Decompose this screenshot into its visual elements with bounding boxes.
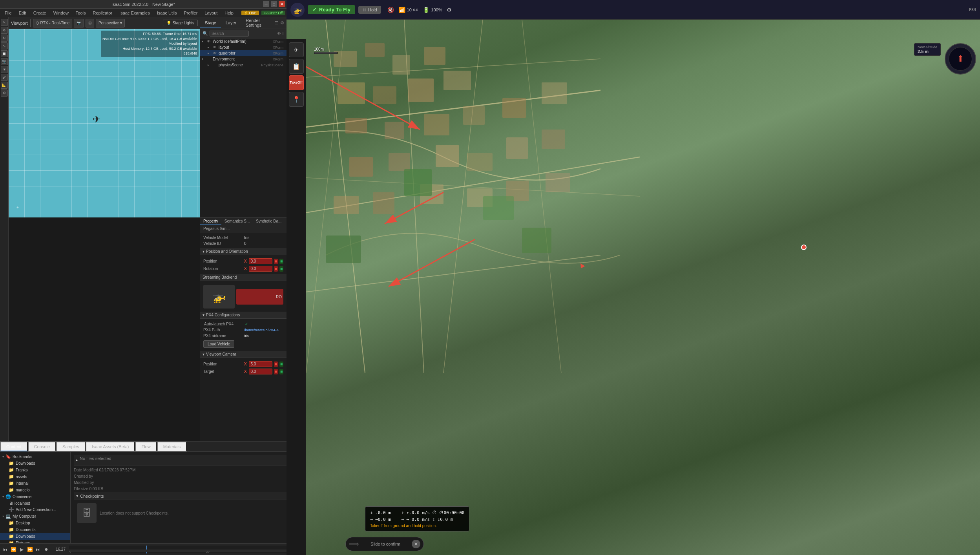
- qgc-btn-takeoff[interactable]: TakeOff: [289, 75, 304, 90]
- tab-console[interactable]: Console: [28, 442, 56, 451]
- grid-btn[interactable]: ⊞: [86, 19, 94, 27]
- menu-profiler[interactable]: Profiler: [181, 10, 201, 16]
- rtx-btn[interactable]: ⬡ RTX - Real-Time: [33, 19, 72, 27]
- outliner-search-input[interactable]: [210, 31, 249, 37]
- cam-position-x-input[interactable]: [249, 361, 272, 367]
- cam-target-x-input[interactable]: [249, 369, 272, 374]
- px4-config-header[interactable]: ▾ PX4 Configurations: [200, 312, 287, 319]
- tab-property[interactable]: Property: [200, 218, 221, 225]
- tl-record-btn[interactable]: ⏺: [44, 547, 48, 551]
- file-item-franks[interactable]: 📁 Franks: [0, 467, 70, 473]
- status-settings[interactable]: ⚙: [447, 7, 452, 13]
- menu-replicator[interactable]: Replicator: [90, 10, 116, 16]
- tool-paint[interactable]: 🖌: [1, 74, 8, 81]
- tab-samples[interactable]: Samples: [56, 442, 86, 451]
- menu-window[interactable]: Window: [50, 10, 72, 16]
- tab-materials[interactable]: Materials: [157, 442, 187, 451]
- rot-y-btn[interactable]: ◼: [279, 266, 283, 272]
- outliner-eye-icon[interactable]: 👁: [277, 31, 281, 36]
- menu-isaac-utils[interactable]: Isaac Utils: [154, 10, 180, 16]
- stage-tab-layer[interactable]: Layer: [221, 19, 241, 27]
- camera-btn[interactable]: 📷: [74, 19, 84, 27]
- menu-layout[interactable]: Layout: [201, 10, 221, 16]
- tab-synthetic[interactable]: Synthetic Da...: [253, 218, 285, 225]
- tool-snap[interactable]: 🔲: [1, 50, 8, 57]
- tree-item-environment[interactable]: ▾ Environment XForm: [200, 56, 287, 62]
- qgc-btn-waypoint[interactable]: 📍: [289, 92, 304, 107]
- pos-y-btn[interactable]: ◼: [279, 259, 283, 264]
- close-btn-left[interactable]: ✕: [279, 1, 285, 7]
- menu-help[interactable]: Help: [221, 10, 237, 16]
- outliner-type-icon[interactable]: T: [282, 31, 284, 36]
- tool-light[interactable]: ☀: [1, 66, 8, 73]
- position-x-input[interactable]: [249, 258, 272, 264]
- tool-scale[interactable]: ⤡: [1, 42, 8, 49]
- file-item-bookmarks[interactable]: ▾ 🔖 Bookmarks: [0, 453, 70, 460]
- tool-camera[interactable]: 📷: [1, 58, 8, 65]
- tool-move[interactable]: ✥: [1, 27, 8, 34]
- file-item-desktop[interactable]: 📁 Desktop: [0, 520, 70, 526]
- tl-end-btn[interactable]: ⏭: [35, 546, 42, 553]
- cam-target-x-btn[interactable]: ◼: [274, 369, 278, 374]
- tl-prev-btn[interactable]: ⏪: [10, 546, 17, 553]
- menu-tools[interactable]: Tools: [73, 10, 89, 16]
- tree-item-layout[interactable]: ▸ 👁 layout XForm: [200, 44, 287, 50]
- minimize-btn-left[interactable]: ─: [263, 1, 269, 7]
- stage-tab-stage[interactable]: Stage: [200, 19, 221, 27]
- map-container[interactable]: 100m ✈ 📋 TakeOff 📍 ⬆ ▲: [287, 20, 980, 555]
- file-item-marcelo[interactable]: 📁 marcelo: [0, 487, 70, 493]
- stage-lights-btn[interactable]: 💡 Stage Lights: [163, 20, 198, 26]
- tab-flow[interactable]: Flow: [135, 442, 157, 451]
- auto-launch-check[interactable]: ✓: [245, 322, 248, 326]
- tab-content[interactable]: Content: [0, 442, 28, 451]
- viewport-3d[interactable]: ✈ FPS: 59.85, Frame time: 16.71 ms NVIDI…: [9, 29, 200, 217]
- hold-btn[interactable]: ⏸ Hold: [358, 6, 381, 14]
- tool-select[interactable]: ↖: [1, 19, 8, 26]
- cam-target-y-btn[interactable]: ◼: [279, 369, 283, 374]
- tool-settings[interactable]: ⚙: [1, 89, 8, 97]
- viewport-camera-header[interactable]: ▾ Viewport Camera: [200, 351, 287, 358]
- file-item-downloads2[interactable]: 📁 Downloads: [0, 533, 70, 540]
- load-vehicle-btn[interactable]: Load Vehicle: [203, 340, 234, 348]
- rot-x-btn[interactable]: ◼: [274, 266, 278, 272]
- tl-play-btn[interactable]: ▶: [18, 546, 25, 553]
- maximize-btn-left[interactable]: □: [271, 1, 277, 7]
- tab-isaac-assets[interactable]: Isaac Assets (Beta): [86, 442, 135, 451]
- menu-file[interactable]: File: [2, 10, 15, 16]
- file-item-omniverse[interactable]: ▾ 🌐 Omniverse: [0, 493, 70, 500]
- outliner-settings-btn[interactable]: ⚙: [280, 20, 284, 26]
- file-item-internal[interactable]: 📁 internal: [0, 480, 70, 487]
- rotation-x-input[interactable]: [249, 266, 272, 272]
- tl-rewind-btn[interactable]: ⏮: [2, 546, 9, 553]
- file-item-my-computer[interactable]: ▾ 💻 My Computer: [0, 513, 70, 520]
- pos-x-btn[interactable]: ◼: [274, 259, 278, 264]
- tab-pegasus[interactable]: Pegasus Sim...: [200, 225, 233, 233]
- menu-create[interactable]: Create: [30, 10, 49, 16]
- file-item-localhost[interactable]: 🖥 localhost: [0, 500, 70, 506]
- tool-rotate[interactable]: ↻: [1, 35, 8, 42]
- tool-measure[interactable]: 📐: [1, 82, 8, 89]
- streaming-backend-header[interactable]: Streaming Backend: [200, 274, 287, 281]
- cam-pos-y-btn[interactable]: ◼: [279, 361, 283, 367]
- tree-item-quadrotor[interactable]: ▸ 👁 quadrotor XForm: [200, 50, 287, 56]
- slide-close-btn[interactable]: ✕: [412, 540, 420, 548]
- pos-orient-header[interactable]: ▾ Position and Orientation: [200, 248, 287, 255]
- stage-tab-render[interactable]: Render Settings: [241, 16, 275, 30]
- tab-semantics[interactable]: Semantics S...: [221, 218, 253, 225]
- cam-pos-x-btn[interactable]: ◼: [274, 361, 278, 367]
- menu-isaac-examples[interactable]: Isaac Examples: [116, 10, 153, 16]
- qgc-btn-fly[interactable]: ✈: [289, 42, 304, 57]
- perspective-btn[interactable]: Perspective ▾: [96, 19, 125, 27]
- tl-next-btn[interactable]: ⏩: [26, 546, 33, 553]
- tree-item-world[interactable]: ▾ 👁 World (defaultPrim) XForm: [200, 38, 287, 44]
- tree-item-physics[interactable]: ▸ physicsScene PhysicsScene: [200, 62, 287, 68]
- slide-confirm-widget[interactable]: ⟹ Slide to confirm ✕: [345, 537, 424, 551]
- status-mute[interactable]: 🔇: [387, 7, 394, 13]
- file-item-pictures[interactable]: 📁 Pictures: [0, 540, 70, 543]
- file-item-downloads[interactable]: 📁 Downloads: [0, 460, 70, 467]
- qgc-btn-plan[interactable]: 📋: [289, 59, 304, 74]
- outliner-filter-btn[interactable]: ☰: [275, 20, 279, 26]
- file-item-documents[interactable]: 📁 Documents: [0, 526, 70, 533]
- file-item-assets[interactable]: 📁 assets: [0, 473, 70, 480]
- menu-edit[interactable]: Edit: [16, 10, 29, 16]
